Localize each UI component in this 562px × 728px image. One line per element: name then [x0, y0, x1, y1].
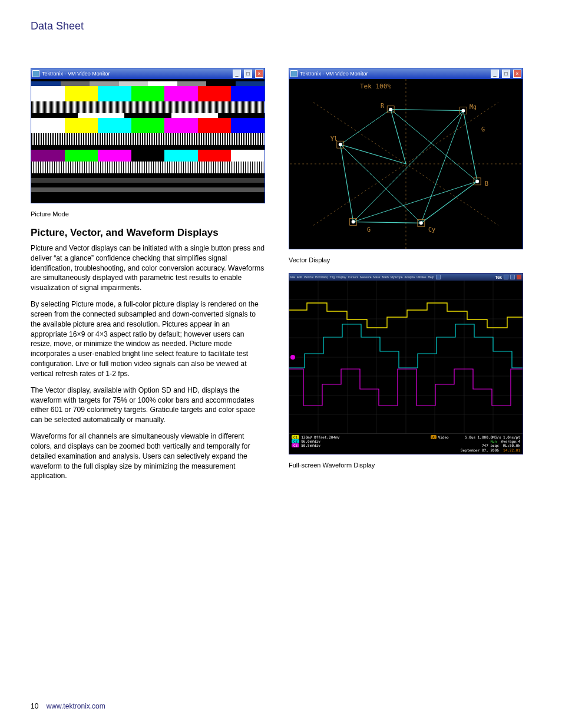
- waveform-plot: [289, 281, 523, 434]
- menu-item[interactable]: Mask: [373, 275, 381, 279]
- app-icon: [290, 70, 297, 77]
- page-header: Data Sheet: [31, 20, 531, 32]
- vector-label-g: G: [367, 226, 371, 233]
- close-button[interactable]: ×: [513, 70, 521, 78]
- maximize-button[interactable]: □: [244, 70, 252, 78]
- svg-point-14: [352, 220, 355, 223]
- ch2-badge: C2: [292, 439, 299, 443]
- menu-item[interactable]: Utilities: [416, 275, 426, 279]
- menu-item[interactable]: Edit: [297, 275, 302, 279]
- vector-label-cy: Cy: [428, 226, 435, 233]
- svg-point-13: [419, 221, 423, 225]
- oscilloscope-menubar: File Edit Vertical Horiz/Acq Trig Displa…: [289, 274, 523, 281]
- figure-caption: Picture Mode: [31, 210, 265, 218]
- vector-label-r: R: [381, 103, 384, 109]
- app-icon: [32, 70, 39, 77]
- minimize-button[interactable]: _: [233, 70, 241, 78]
- menu-item[interactable]: Trig: [330, 275, 335, 279]
- vector-label-yl: Yl: [330, 136, 338, 142]
- dropdown-icon[interactable]: [436, 275, 441, 279]
- menu-item[interactable]: Horiz/Acq: [315, 275, 328, 279]
- timebase-readout: 5.0us 1,000.0MS/s 1.0ns/pt: [461, 435, 520, 439]
- paragraph: The Vector display, available with Optio…: [31, 386, 265, 425]
- vectorscope-svg: [289, 79, 523, 249]
- svg-point-15: [339, 143, 342, 146]
- run-status: Run: [490, 439, 497, 443]
- svg-point-10: [389, 108, 392, 111]
- paragraph: Picture and Vector displays can be initi…: [31, 243, 265, 293]
- ch1-badge: C1: [292, 435, 299, 439]
- waveform-window: File Edit Vertical Horiz/Acq Trig Displa…: [289, 273, 523, 454]
- ch2-readout: 96.0mVdiv: [301, 439, 320, 443]
- section-heading: Picture, Vector, and Waveform Displays: [31, 227, 265, 239]
- close-button[interactable]: [517, 275, 521, 279]
- ch3-readout: 50.5mVdiv: [301, 443, 320, 447]
- picture-canvas: [31, 79, 265, 203]
- waveform-readout: C1130mV Offset:204mV C296.0mVdiv C350.5m…: [289, 434, 523, 454]
- maximize-button[interactable]: □: [502, 70, 510, 78]
- menu-item[interactable]: File: [290, 275, 295, 279]
- menu-item[interactable]: Measure: [360, 275, 371, 279]
- titlebar: Tektronix - VM Video Monitor _ □ ×: [31, 68, 265, 79]
- minimize-button[interactable]: _: [491, 70, 499, 78]
- menu-item[interactable]: MyScope: [391, 275, 403, 279]
- menu-item[interactable]: Math: [382, 275, 389, 279]
- page-number: 10: [31, 702, 38, 710]
- svg-point-11: [461, 109, 465, 113]
- video-readout: Video: [438, 435, 449, 439]
- minimize-button[interactable]: [504, 275, 508, 279]
- vector-label-g-alt: G: [481, 126, 485, 133]
- vector-display-window: Tektronix - VM Video Monitor _ □ × Tek 1…: [289, 68, 523, 249]
- menu-item[interactable]: Display: [336, 275, 346, 279]
- menu-item[interactable]: Vertical: [304, 275, 313, 279]
- titlebar: Tektronix - VM Video Monitor _ □ ×: [289, 68, 523, 79]
- svg-point-12: [475, 180, 479, 183]
- ch1-readout: 130mV Offset:204mV: [301, 435, 339, 439]
- menu-item[interactable]: Analyze: [405, 275, 415, 279]
- restore-button[interactable]: [510, 275, 515, 279]
- close-button[interactable]: ×: [255, 70, 263, 78]
- time-readout: 14:22:01: [503, 448, 520, 452]
- ch3-badge: C3: [292, 443, 299, 447]
- svg-point-30: [290, 355, 295, 360]
- date-readout: September 07, 2006: [461, 448, 499, 452]
- page-footer: 10 www.tektronix.com: [31, 702, 105, 710]
- vector-label-mg: Mg: [470, 104, 477, 110]
- paragraph: Waveforms for all channels are simultane…: [31, 431, 265, 481]
- footer-url: www.tektronix.com: [47, 702, 105, 710]
- acq-readout: Average:4: [501, 439, 520, 443]
- waveform-svg: [289, 281, 523, 434]
- window-title: Tektronix - VM Video Monitor: [42, 71, 110, 77]
- rl-readout: RL:50.0k: [503, 443, 520, 447]
- window-title: Tektronix - VM Video Monitor: [300, 71, 368, 77]
- vector-label-b: B: [485, 180, 488, 187]
- samples-readout: 747 acqs: [482, 443, 499, 447]
- paragraph: By selecting Picture mode, a full-color …: [31, 299, 265, 379]
- menu-item[interactable]: Cursors: [348, 275, 359, 279]
- video-badge: A: [431, 435, 437, 439]
- picture-mode-window: Tektronix - VM Video Monitor _ □ ×: [31, 68, 265, 203]
- vector-canvas: Tek 100%: [289, 79, 523, 249]
- figure-caption: Full-screen Waveform Display: [289, 462, 531, 469]
- brand-label: Tek: [495, 275, 502, 279]
- figure-caption: Vector Display: [289, 256, 531, 263]
- menu-item[interactable]: Help: [428, 275, 434, 279]
- vector-overlay-text: Tek 100%: [360, 83, 391, 90]
